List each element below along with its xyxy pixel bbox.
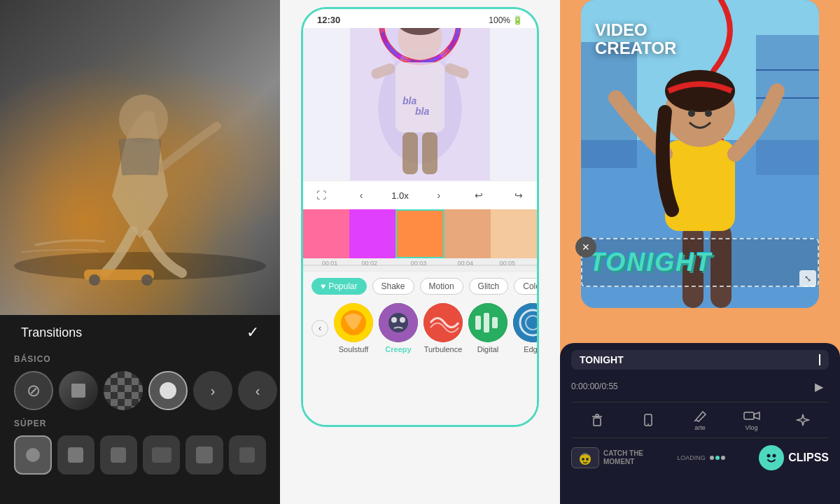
panel-video-editor: 12:30 100% 🔋: [280, 0, 560, 504]
arte-tool[interactable]: arte: [688, 408, 712, 432]
timeline-bar: 00:01 00:02 00:03 00:04 00:05: [303, 258, 537, 272]
svg-point-50: [688, 110, 695, 117]
svg-rect-23: [402, 132, 418, 174]
basic-effects-row: ⊘ › ‹: [7, 367, 273, 414]
effect-checker[interactable]: [104, 371, 143, 410]
tag-shake[interactable]: Shake: [372, 278, 414, 295]
filter-creepy[interactable]: Creepy: [379, 303, 418, 354]
svg-rect-54: [596, 414, 598, 416]
effect-solid[interactable]: [59, 371, 98, 410]
popular-label: Popular: [328, 281, 357, 291]
effect-circle[interactable]: [148, 371, 188, 410]
svg-rect-47: [665, 140, 735, 231]
arte-label: arte: [694, 424, 706, 431]
timeline-thumb-1[interactable]: [303, 209, 349, 258]
dot-2: [715, 456, 720, 460]
expand-icon[interactable]: ⛶: [312, 186, 331, 205]
panel-transitions: Transitions ✓ BÁSICO ⊘ › ‹ SÚPER: [0, 0, 280, 504]
editor-tools-row: arte Vlog: [571, 402, 829, 438]
colorful-effect-svg: bla bla: [350, 28, 490, 181]
svg-rect-58: [744, 412, 754, 419]
close-text-button[interactable]: ✕: [575, 237, 596, 258]
play-button-3[interactable]: ▶: [809, 377, 829, 396]
timeline-thumb-5[interactable]: [491, 209, 537, 258]
timeline-tick-5: 00:05: [500, 260, 516, 267]
catch-icon: [571, 447, 599, 468]
effect-arrow-left[interactable]: ‹: [238, 371, 277, 410]
super-effect-3[interactable]: [100, 435, 137, 475]
panel-video-creator: VIDEO CREATOR ✕ TONIGHT ⤡ TONIGHT 0:00:0…: [560, 0, 840, 504]
video-creator-line1: VIDEO: [595, 21, 676, 39]
time-controls: 0:00:00/0:55 ▶: [571, 374, 829, 399]
transitions-header: Transitions ✓: [7, 315, 273, 350]
status-time: 12:30: [317, 15, 340, 25]
prev-frame-button[interactable]: ‹: [351, 186, 371, 205]
svg-point-60: [582, 458, 584, 461]
loading-label: LOADING: [677, 454, 706, 461]
super-dot-1: [26, 448, 40, 462]
basic-section-label: BÁSICO: [7, 350, 273, 367]
skater-silhouette: [0, 0, 280, 315]
super-sq-3: [111, 447, 126, 463]
redo-button[interactable]: ↪: [509, 186, 528, 205]
filter-turbulence[interactable]: Turbulence: [424, 303, 463, 354]
resize-handle[interactable]: ⤡: [799, 270, 816, 287]
svg-point-61: [586, 458, 589, 461]
super-effect-6[interactable]: [229, 435, 266, 475]
tag-colors[interactable]: Colors: [514, 278, 539, 295]
tonight-text-overlay[interactable]: TONIGHT: [581, 238, 819, 287]
text-input-bar: TONIGHT: [571, 350, 829, 370]
super-effect-5[interactable]: [186, 435, 223, 475]
speed-indicator[interactable]: 1.0x: [391, 190, 409, 201]
timeline-thumb-2[interactable]: [349, 209, 396, 258]
filter-digital[interactable]: Digital: [468, 303, 507, 354]
filter-edge[interactable]: Edge: [513, 303, 537, 354]
confirm-button[interactable]: ✓: [246, 323, 259, 342]
text-cursor: [819, 354, 820, 365]
super-sq-2: [68, 447, 83, 463]
filter-thumb-soulstuff: [334, 303, 373, 342]
phone-tool[interactable]: [636, 408, 660, 432]
timeline-thumb-4[interactable]: [444, 209, 491, 258]
filter-soulstuff-label: Soulstuff: [339, 345, 369, 354]
trash-tool[interactable]: [585, 408, 609, 432]
video-preview: bla bla: [303, 28, 537, 181]
effect-none[interactable]: ⊘: [14, 371, 53, 410]
catch-badge: CATCH THE MOMENT: [571, 447, 643, 468]
timeline-thumb-3[interactable]: [396, 209, 444, 258]
super-sq-5: [196, 447, 213, 463]
text-input-value[interactable]: TONIGHT: [580, 354, 819, 365]
svg-point-56: [648, 424, 649, 425]
filter-thumb-turbulence: [424, 303, 463, 342]
svg-point-31: [424, 303, 463, 342]
resize-icon: ⤡: [804, 274, 811, 284]
filter-digital-label: Digital: [477, 345, 499, 354]
super-effect-2[interactable]: [57, 435, 94, 475]
svg-point-29: [391, 317, 397, 323]
filters-prev-arrow[interactable]: ‹: [312, 320, 328, 337]
filter-creepy-label: Creepy: [385, 345, 411, 354]
catch-text: CATCH THE: [603, 449, 643, 458]
svg-point-63: [767, 454, 771, 458]
tonight-text: TONIGHT: [589, 248, 712, 277]
moment-text: MOMENT: [603, 458, 643, 466]
sparkle-tool[interactable]: [791, 408, 815, 432]
bottom-editor-panel: TONIGHT 0:00:00/0:55 ▶: [560, 343, 840, 504]
svg-point-51: [705, 110, 712, 117]
svg-point-28: [388, 313, 408, 332]
filter-soulstuff[interactable]: Soulstuff: [334, 303, 373, 354]
tag-popular[interactable]: ♥ Popular: [312, 278, 367, 295]
smiley-icon: [759, 445, 784, 470]
super-effect-1[interactable]: [14, 435, 52, 475]
vlog-tool[interactable]: Vlog: [740, 408, 764, 432]
no-effect-icon: ⊘: [27, 381, 41, 400]
super-effect-4[interactable]: [143, 435, 180, 475]
next-frame-button[interactable]: ›: [429, 186, 449, 205]
filter-turbulence-label: Turbulence: [424, 345, 463, 354]
undo-button[interactable]: ↩: [469, 186, 489, 205]
effect-arrow-right[interactable]: ›: [193, 371, 232, 410]
tag-motion[interactable]: Motion: [420, 278, 463, 295]
tag-glitch[interactable]: Glitch: [469, 278, 509, 295]
clipss-logo: CLIPSS: [759, 445, 829, 470]
svg-point-4: [141, 274, 153, 286]
